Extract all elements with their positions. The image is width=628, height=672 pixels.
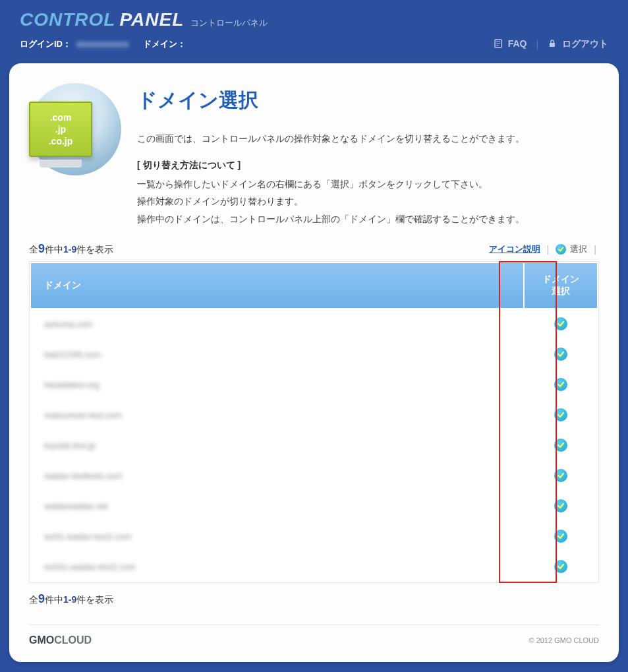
domain-name-cell: wx01.wadax-test2.com — [31, 522, 523, 551]
table-row: ackuma.com — [31, 309, 597, 338]
badge-line1: .com — [50, 111, 72, 123]
counter-suffix: 件を表示 — [76, 244, 113, 255]
check-icon — [556, 244, 566, 255]
brand-panel: PANEL — [119, 9, 184, 30]
brand: CONTROL PANEL コントロールパネル — [20, 9, 608, 30]
domain-name-cell: wadas-testtexts.com — [31, 461, 523, 490]
footer: GMOCLOUD © 2012 GMO CLOUD — [29, 625, 599, 646]
table-row: wadaxwadax.net — [31, 491, 597, 520]
domain-name-cell: ackuma.com — [31, 309, 523, 338]
login-info: ログインID： xxxxxxxxxxx ドメイン： — [20, 38, 186, 50]
login-id-label: ログインID： — [20, 39, 71, 49]
copyright: © 2012 GMO CLOUD — [528, 636, 599, 644]
table-row: wx01.wadax-test2.com — [31, 522, 597, 551]
separator: | — [547, 244, 550, 255]
select-domain-button[interactable] — [554, 408, 567, 421]
counter-prefix: 全 — [29, 244, 38, 255]
svg-rect-4 — [550, 43, 555, 47]
table-row: toyoda-test.jp — [31, 431, 597, 460]
faq-label: FAQ — [508, 38, 527, 49]
table-row: matsumoto-test.com — [31, 400, 597, 429]
domain-select-cell — [525, 340, 597, 369]
select-domain-button[interactable] — [554, 530, 567, 543]
domain-select-cell — [525, 522, 597, 551]
brand-control: CONTROL — [20, 9, 115, 30]
desc-line1: 一覧から操作したいドメイン名の右欄にある「選択」ボタンをクリックして下さい。 — [137, 175, 525, 193]
domain-select-cell — [525, 400, 597, 429]
lock-icon — [548, 39, 557, 50]
gmo-logo: GMOCLOUD — [29, 634, 92, 646]
select-domain-button[interactable] — [554, 317, 567, 330]
faq-link[interactable]: FAQ — [494, 38, 527, 50]
col-select: ドメイン 選択 — [525, 263, 597, 308]
list-toolbar-top: 全9件中1-9件を表示 アイコン説明 | 選択 | — [29, 242, 599, 256]
domain-select-cell — [525, 552, 597, 581]
domain-name-cell: haradatest.org — [31, 370, 523, 399]
section-subhead: [ 切り替え方法について ] — [137, 160, 525, 171]
domain-name-cell: matsumoto-test.com — [31, 400, 523, 429]
page-title: ドメイン選択 — [137, 87, 525, 114]
legend-label: 選択 — [570, 243, 587, 255]
table-row: haradatest.org — [31, 370, 597, 399]
table-row: wx01s.wadax-test2.com — [31, 552, 597, 581]
domain-name-cell: wadaxwadax.net — [31, 491, 523, 520]
domain-name-cell: wx01s.wadax-test2.com — [31, 552, 523, 581]
document-icon — [494, 39, 503, 50]
domain-select-cell — [525, 461, 597, 490]
domain-select-cell — [525, 431, 597, 460]
select-domain-button[interactable] — [554, 469, 567, 482]
domain-select-cell — [525, 370, 597, 399]
table-row: bad12345.com — [31, 340, 597, 369]
domain-label: ドメイン： — [143, 39, 186, 49]
separator: | — [536, 39, 538, 49]
desc-line2: 操作対象のドメインが切り替わります。 — [137, 193, 525, 210]
login-id-value: xxxxxxxxxxx — [76, 39, 129, 49]
domain-table: ドメイン ドメイン 選択 ackuma.combad12345.comharad… — [29, 261, 599, 583]
separator: | — [594, 244, 596, 255]
logout-label: ログアウト — [562, 38, 608, 49]
domain-globe-icon: .com .jp .co.jp — [29, 83, 121, 175]
page-intro: この画面では、コントロールパネルの操作対象となるドメインを切り替えることができま… — [137, 130, 525, 148]
col-domain: ドメイン — [31, 263, 523, 308]
counter-mid: 件中 — [45, 244, 63, 255]
desc-line3: 操作中のドメインは、コントロールパネル上部の「ドメイン」欄で確認することができま… — [137, 210, 525, 228]
domain-select-cell — [525, 309, 597, 338]
select-domain-button[interactable] — [554, 560, 567, 573]
counter-range: 1-9 — [63, 244, 76, 255]
topbar: CONTROL PANEL コントロールパネル ログインID： xxxxxxxx… — [0, 0, 628, 57]
list-toolbar-bottom: 全9件中1-9件を表示 — [29, 592, 599, 606]
domain-name-cell: toyoda-test.jp — [31, 431, 523, 460]
badge-line3: .co.jp — [49, 135, 73, 147]
select-domain-button[interactable] — [554, 439, 567, 452]
counter-total: 9 — [38, 242, 45, 255]
domain-select-cell — [525, 491, 597, 520]
brand-jp: コントロールパネル — [190, 17, 268, 29]
icon-help-link[interactable]: アイコン説明 — [489, 243, 540, 255]
select-domain-button[interactable] — [554, 499, 567, 512]
main-panel: .com .jp .co.jp ドメイン選択 この画面では、コントロールパネルの… — [9, 63, 619, 662]
table-row: wadas-testtexts.com — [31, 461, 597, 490]
select-domain-button[interactable] — [554, 378, 567, 391]
select-domain-button[interactable] — [554, 348, 567, 361]
badge-line2: .jp — [55, 123, 66, 135]
logout-link[interactable]: ログアウト — [548, 38, 608, 50]
domain-name-cell: bad12345.com — [31, 340, 523, 369]
